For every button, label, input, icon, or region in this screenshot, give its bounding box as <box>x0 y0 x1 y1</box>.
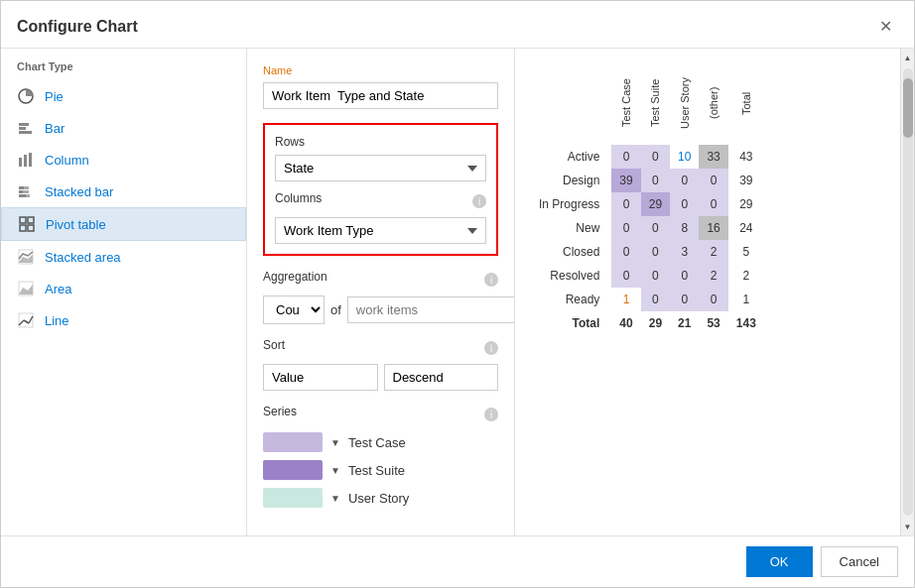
col-header-test-suite: Test Suite <box>641 64 670 145</box>
table-cell: 39 <box>611 169 640 192</box>
series-chevron-test-suite[interactable]: ▼ <box>330 465 340 476</box>
right-scrollbar: ▲ ▼ <box>900 49 914 535</box>
bar-icon <box>17 119 35 137</box>
scroll-down-arrow[interactable]: ▼ <box>901 520 915 533</box>
pivot-table: Test Case Test Suite User Story (other) … <box>531 64 764 335</box>
svg-rect-7 <box>19 186 24 189</box>
chart-type-column[interactable]: Column <box>1 144 246 176</box>
columns-info-icon[interactable]: i <box>472 194 486 208</box>
aggregation-label-row: Aggregation i <box>263 270 498 290</box>
series-name-test-suite: Test Suite <box>348 463 405 478</box>
svg-rect-4 <box>19 158 22 167</box>
total-cell: 143 <box>728 311 764 335</box>
svg-rect-16 <box>28 225 34 231</box>
series-chevron-test-case[interactable]: ▼ <box>330 437 340 448</box>
columns-label-row: Columns i <box>275 191 486 211</box>
line-label: Line <box>45 313 69 328</box>
aggregation-select[interactable]: Cou <box>263 295 325 324</box>
area-icon <box>17 280 35 297</box>
table-cell: 2 <box>728 264 764 288</box>
row-label: Ready <box>531 288 611 311</box>
series-info-icon[interactable]: i <box>484 408 498 421</box>
series-section: Series i ▼ Test Case ▼ Test Suite ▼ User… <box>263 405 498 508</box>
svg-rect-9 <box>19 190 23 193</box>
dialog-footer: OK Cancel <box>1 535 914 587</box>
table-cell: 3 <box>670 240 699 264</box>
work-items-input[interactable] <box>347 296 515 323</box>
pie-icon <box>17 87 35 105</box>
table-cell: 0 <box>611 216 640 240</box>
series-color-user-story <box>263 488 323 508</box>
sort-value-select[interactable]: Value <box>263 364 378 391</box>
table-cell: 8 <box>670 216 699 240</box>
chart-type-stacked-area[interactable]: Stacked area <box>1 241 246 273</box>
chart-type-stacked-bar[interactable]: Stacked bar <box>1 176 246 207</box>
columns-label: Columns <box>275 191 322 205</box>
column-icon <box>17 151 35 169</box>
pivot-table-label: Pivot table <box>46 217 106 232</box>
table-row: Resolved00022 <box>531 264 764 288</box>
cancel-button[interactable]: Cancel <box>821 546 898 577</box>
series-item-user-story: ▼ User Story <box>263 488 498 508</box>
series-chevron-user-story[interactable]: ▼ <box>330 493 340 504</box>
row-label: Design <box>531 169 611 192</box>
right-panel: Test Case Test Suite User Story (other) … <box>515 49 900 535</box>
table-cell: 5 <box>728 240 764 264</box>
row-label: Resolved <box>531 264 611 288</box>
table-cell: 0 <box>670 192 699 216</box>
scroll-track <box>903 68 913 516</box>
sort-row: Value Descend <box>263 364 498 391</box>
svg-line-22 <box>29 316 33 323</box>
sort-info-icon[interactable]: i <box>484 341 498 355</box>
aggregation-wrap: Cou of <box>263 295 498 324</box>
table-cell: 43 <box>728 145 764 169</box>
table-row: Closed00325 <box>531 240 764 264</box>
name-input[interactable] <box>263 82 498 109</box>
table-row: New0081624 <box>531 216 764 240</box>
dialog-header: Configure Chart ✕ <box>1 1 914 49</box>
chart-type-pie[interactable]: Pie <box>1 80 246 112</box>
empty-header <box>531 64 611 145</box>
of-text: of <box>330 302 341 317</box>
row-label: In Progress <box>531 192 611 216</box>
aggregation-label: Aggregation <box>263 270 327 284</box>
sort-section: Sort i Value Descend <box>263 338 498 391</box>
rows-select[interactable]: State <box>275 155 486 181</box>
chart-type-pivot-table[interactable]: Pivot table <box>1 207 246 241</box>
sort-direction-select[interactable]: Descend <box>384 364 499 391</box>
scroll-thumb[interactable] <box>903 78 913 138</box>
table-cell: 0 <box>611 192 640 216</box>
total-cell: 40 <box>611 311 640 335</box>
table-cell: 0 <box>611 264 640 288</box>
svg-rect-12 <box>26 194 30 197</box>
table-cell: 1 <box>728 288 764 311</box>
svg-rect-13 <box>20 217 26 223</box>
svg-rect-14 <box>28 217 34 223</box>
table-cell: 0 <box>641 264 670 288</box>
columns-select[interactable]: Work Item Type <box>275 217 486 244</box>
table-cell: 0 <box>641 145 670 169</box>
chart-type-line[interactable]: Line <box>1 304 246 336</box>
sort-label-row: Sort i <box>263 338 498 358</box>
scroll-up-arrow[interactable]: ▲ <box>901 51 915 64</box>
chart-type-bar[interactable]: Bar <box>1 112 246 144</box>
table-cell: 0 <box>699 192 727 216</box>
total-label: Total <box>531 311 611 335</box>
series-color-test-case <box>263 432 323 452</box>
aggregation-info-icon[interactable]: i <box>484 273 498 287</box>
svg-rect-15 <box>20 225 26 231</box>
dialog-body: Chart Type Pie Bar Column <box>1 49 914 535</box>
series-item-test-suite: ▼ Test Suite <box>263 460 498 480</box>
ok-button[interactable]: OK <box>746 546 813 577</box>
middle-panel: Name Rows State Columns i Work Item Type <box>247 49 515 535</box>
pivot-table-icon <box>18 215 36 233</box>
close-button[interactable]: ✕ <box>873 15 898 38</box>
table-cell: 0 <box>670 264 699 288</box>
svg-rect-3 <box>19 131 32 134</box>
table-cell: 0 <box>670 169 699 192</box>
stacked-bar-label: Stacked bar <box>45 184 113 199</box>
table-cell: 0 <box>670 288 699 311</box>
chart-type-area[interactable]: Area <box>1 273 246 304</box>
table-cell: 0 <box>641 240 670 264</box>
name-label: Name <box>263 64 498 76</box>
